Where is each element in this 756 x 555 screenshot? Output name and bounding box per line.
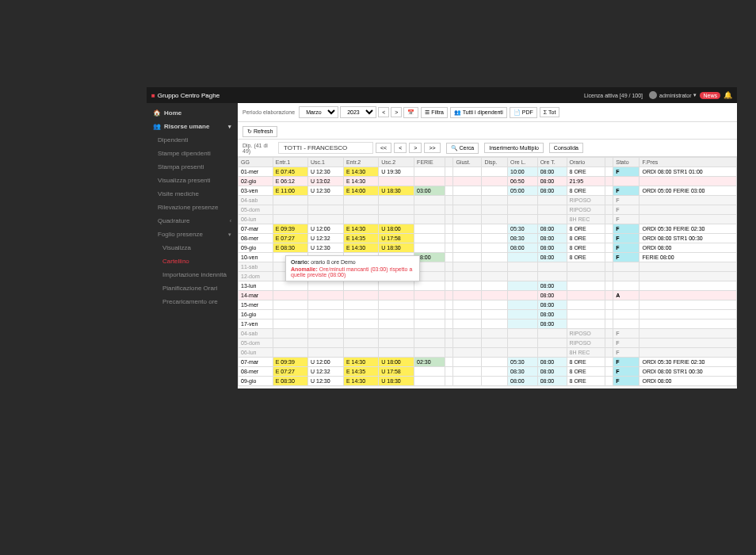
emp-next-btn[interactable]: > xyxy=(409,143,422,153)
cell[interactable] xyxy=(453,205,482,215)
cell[interactable] xyxy=(414,205,445,215)
cell[interactable] xyxy=(308,329,344,339)
sidebar-cartellino[interactable]: Cartellino xyxy=(147,255,238,268)
news-badge[interactable]: News xyxy=(700,92,720,99)
cell[interactable] xyxy=(308,300,344,310)
cell[interactable] xyxy=(605,186,613,196)
cell[interactable]: U 18:00 xyxy=(379,358,414,367)
cell[interactable] xyxy=(613,310,640,320)
cell[interactable] xyxy=(343,291,378,300)
cell[interactable] xyxy=(508,281,538,291)
cell[interactable] xyxy=(482,281,508,291)
cell[interactable]: E 14:30 xyxy=(343,377,378,386)
cell[interactable]: 13-lun xyxy=(239,281,273,291)
cell[interactable] xyxy=(482,348,508,358)
cell[interactable]: U 18:00 xyxy=(379,224,414,234)
sidebar-precaric-ore[interactable]: Precaricamento ore xyxy=(147,295,238,308)
cell[interactable] xyxy=(445,358,453,367)
cell[interactable]: E 14:35 xyxy=(343,234,378,243)
cell[interactable]: 08:00 xyxy=(537,358,567,367)
cell[interactable]: E 08:30 xyxy=(273,243,307,253)
table-row[interactable]: 13-lun08:00 xyxy=(239,281,737,291)
sidebar-stampa-pres[interactable]: Stampa presenti xyxy=(147,160,238,174)
cell[interactable] xyxy=(640,281,737,291)
cell[interactable]: 01-mer xyxy=(239,167,273,177)
refresh-btn[interactable]: ↻ Refresh xyxy=(242,126,277,137)
cell[interactable] xyxy=(482,253,508,262)
cell[interactable] xyxy=(308,291,344,300)
cell[interactable]: 08:30 xyxy=(508,367,538,377)
cell[interactable] xyxy=(453,358,482,367)
cell[interactable]: F xyxy=(613,224,640,234)
sidebar-visualizza[interactable]: Visualizza xyxy=(147,241,238,255)
cell[interactable]: 8 ORE xyxy=(567,243,605,253)
cell[interactable]: E 14:30 xyxy=(343,358,378,367)
cell[interactable] xyxy=(445,310,453,320)
cell[interactable] xyxy=(613,320,640,329)
cell[interactable]: 08:00 xyxy=(537,177,567,186)
cell[interactable] xyxy=(482,215,508,224)
cell[interactable] xyxy=(453,243,482,253)
cell[interactable] xyxy=(605,310,613,320)
cell[interactable] xyxy=(343,320,378,329)
tot-btn[interactable]: Σ Tot xyxy=(540,107,560,117)
cell[interactable] xyxy=(567,281,605,291)
cell[interactable] xyxy=(537,205,567,215)
cell[interactable] xyxy=(508,262,538,272)
cell[interactable]: 08:30 xyxy=(508,234,538,243)
cell[interactable] xyxy=(605,367,613,377)
cell[interactable] xyxy=(508,348,538,358)
cell[interactable]: 03:00 xyxy=(414,186,445,196)
cell[interactable]: F xyxy=(613,253,640,262)
cell[interactable] xyxy=(273,196,307,205)
cell[interactable]: F xyxy=(613,186,640,196)
cell[interactable] xyxy=(605,262,613,272)
cell[interactable] xyxy=(343,339,378,348)
cell[interactable] xyxy=(605,339,613,348)
cell[interactable] xyxy=(537,348,567,358)
cell[interactable]: E 14:30 xyxy=(343,177,378,186)
cell[interactable]: 05:00 xyxy=(508,186,538,196)
cell[interactable] xyxy=(537,329,567,339)
bell-icon[interactable]: 🔔 xyxy=(724,91,732,99)
cell[interactable] xyxy=(482,262,508,272)
cell[interactable] xyxy=(508,339,538,348)
cell[interactable]: 02:30 xyxy=(414,358,445,367)
cell[interactable] xyxy=(445,243,453,253)
cell[interactable]: 09-gio xyxy=(239,243,273,253)
cell[interactable] xyxy=(482,320,508,329)
cell[interactable] xyxy=(453,234,482,243)
cell[interactable]: 02-gio xyxy=(239,177,273,186)
prev-btn[interactable]: < xyxy=(378,107,389,117)
cell[interactable] xyxy=(453,186,482,196)
cell[interactable]: 08:00 xyxy=(508,377,538,386)
cell[interactable]: E 14:35 xyxy=(343,367,378,377)
cell[interactable] xyxy=(273,320,307,329)
calendar-btn[interactable]: 📅 xyxy=(403,107,418,118)
cell[interactable] xyxy=(482,167,508,177)
cell[interactable] xyxy=(640,329,737,339)
table-row[interactable]: 07-marE 09:39U 12:00E 14:30U 18:0002:300… xyxy=(239,358,737,367)
cell[interactable] xyxy=(343,310,378,320)
cell[interactable] xyxy=(482,272,508,281)
cell[interactable] xyxy=(640,272,737,281)
cell[interactable] xyxy=(567,320,605,329)
cell[interactable] xyxy=(414,339,445,348)
cell[interactable] xyxy=(640,320,737,329)
cell[interactable]: 05:30 xyxy=(508,224,538,234)
cell[interactable]: 17-ven xyxy=(239,320,273,329)
cell[interactable]: E 11:00 xyxy=(273,186,307,196)
cell[interactable]: RIPOSO xyxy=(567,339,605,348)
cell[interactable]: 08:00 xyxy=(508,243,538,253)
emp-first-btn[interactable]: << xyxy=(376,143,391,153)
cell[interactable] xyxy=(605,329,613,339)
cell[interactable]: 8 ORE xyxy=(567,377,605,386)
cell[interactable] xyxy=(273,300,307,310)
cell[interactable] xyxy=(414,177,445,186)
cell[interactable]: F xyxy=(613,234,640,243)
cell[interactable] xyxy=(308,339,344,348)
cell[interactable]: 10:00 xyxy=(508,167,538,177)
cell[interactable]: 8 ORE xyxy=(567,186,605,196)
table-row[interactable]: 02-gioE 06:12U 13:02E 14:3006:5008:0021:… xyxy=(239,177,737,186)
cell[interactable]: F xyxy=(613,348,640,358)
